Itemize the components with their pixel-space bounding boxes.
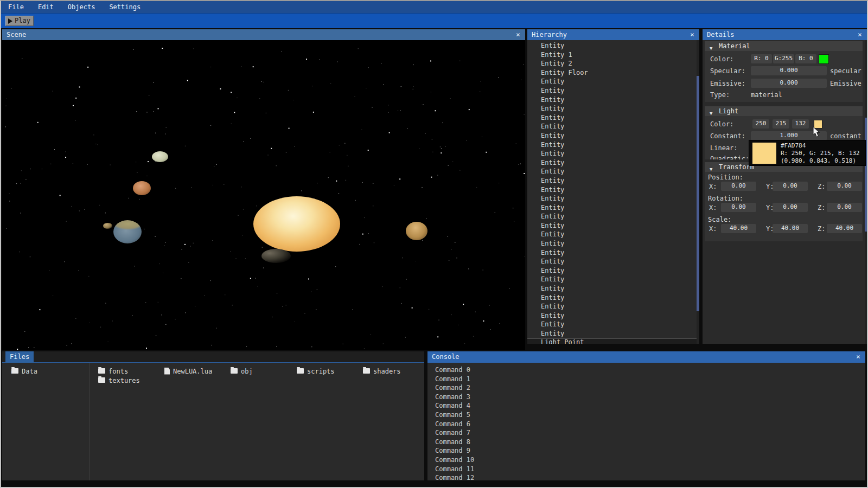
scale-z-field[interactable]: 40.00	[827, 224, 862, 233]
emissive-field[interactable]: 0.000	[751, 79, 827, 88]
hierarchy-item[interactable]: Entity	[527, 140, 697, 150]
tab-files[interactable]: Files	[5, 351, 34, 363]
hierarchy-item[interactable]: Entity	[527, 293, 697, 303]
hierarchy-title-bar[interactable]: Hierarchy ×	[527, 29, 699, 40]
menu-item[interactable]: Objects	[61, 1, 103, 13]
starfield	[2, 40, 525, 350]
material-b-field[interactable]: B: 0	[795, 54, 816, 63]
light-header[interactable]: ▼ Light	[705, 106, 863, 116]
files-panel: Files ▶Data fonts NewLUA.lua	[2, 351, 424, 480]
hierarchy-item[interactable]: Entity	[527, 266, 697, 275]
details-title-bar[interactable]: Details ×	[703, 29, 867, 40]
file-type-icon	[98, 377, 105, 383]
light-g-field[interactable]: 215	[773, 119, 789, 129]
hierarchy-item[interactable]: Entity	[527, 311, 697, 320]
light-b-field[interactable]: 132	[792, 119, 809, 129]
hierarchy-item[interactable]: Entity	[527, 257, 697, 266]
files-content-pane: fonts NewLUA.lua obj scripts	[92, 363, 424, 480]
file-item[interactable]: textures	[98, 376, 164, 386]
chevron-down-icon: ▼	[710, 43, 712, 53]
hierarchy-item[interactable]: Light Point	[527, 338, 697, 344]
menu-item[interactable]: File	[1, 1, 31, 13]
hierarchy-panel: Hierarchy × EntityEntity 1Entity 2Entity…	[527, 29, 699, 344]
transform-section: ▼ Transform Position: X: 0.00 Y: 0.00 Z:…	[705, 162, 863, 241]
hierarchy-item[interactable]: Entity 1	[527, 50, 697, 60]
hierarchy-scrollbar[interactable]	[697, 40, 699, 344]
type-value: material	[751, 90, 782, 100]
menu-item[interactable]: Settings	[102, 1, 148, 13]
hierarchy-item[interactable]: Entity	[527, 203, 697, 213]
file-item[interactable]: shaders	[363, 367, 424, 376]
emissive-label: Emissive:	[710, 79, 745, 88]
file-item[interactable]: obj	[231, 367, 297, 376]
hierarchy-item[interactable]: Entity	[527, 176, 697, 185]
hierarchy-item[interactable]: Entity 2	[527, 59, 697, 68]
scene-viewport[interactable]	[2, 40, 525, 350]
hierarchy-item[interactable]: Entity	[527, 239, 697, 248]
scale-x-field[interactable]: 40.00	[721, 224, 756, 233]
console-log[interactable]: Command 0Command 1Command 2Command 3Comm…	[427, 363, 865, 480]
hierarchy-item[interactable]: Entity	[527, 113, 697, 123]
specular-field[interactable]: 0.000	[751, 66, 827, 75]
hierarchy-item[interactable]: Entity	[527, 104, 697, 113]
file-item[interactable]: scripts	[297, 367, 363, 376]
hierarchy-item[interactable]: Entity	[527, 131, 697, 140]
hierarchy-item[interactable]: Entity	[527, 329, 697, 338]
rotation-x-field[interactable]: 0.00	[721, 203, 756, 212]
close-icon[interactable]: ×	[854, 351, 862, 362]
position-label: Position:	[708, 172, 743, 182]
hierarchy-item[interactable]: Entity	[527, 302, 697, 311]
material-r-field[interactable]: R: 0	[751, 54, 772, 63]
menu-item[interactable]: Edit	[31, 1, 61, 13]
hierarchy-item[interactable]: Entity	[527, 212, 697, 221]
scene-title: Scene	[7, 31, 26, 38]
hierarchy-scrollbar-thumb[interactable]	[697, 76, 699, 311]
console-line: Command 1	[435, 375, 865, 384]
hierarchy-item[interactable]: Entity	[527, 185, 697, 195]
details-scrollbar-thumb[interactable]	[865, 118, 867, 232]
hierarchy-item[interactable]: Entity Floor	[527, 68, 697, 78]
material-g-field[interactable]: G:255	[773, 54, 794, 63]
file-item[interactable]: NewLUA.lua	[164, 367, 231, 376]
light-r-field[interactable]: 250	[752, 119, 769, 129]
play-button[interactable]: Play	[5, 16, 34, 26]
close-icon[interactable]: ×	[856, 29, 864, 40]
tooltip-hex: #FAD784	[781, 142, 860, 150]
scale-y-field[interactable]: 40.00	[773, 224, 808, 233]
scene-title-bar[interactable]: Scene ×	[2, 29, 525, 40]
hierarchy-item[interactable]: Entity	[527, 149, 697, 158]
hierarchy-item[interactable]: Entity	[527, 230, 697, 239]
hierarchy-item[interactable]: Entity	[527, 122, 697, 131]
hierarchy-item[interactable]: Entity	[527, 41, 697, 50]
moon-crescent-dark	[261, 249, 291, 263]
close-icon[interactable]: ×	[688, 29, 696, 40]
hierarchy-item[interactable]: Entity	[527, 194, 697, 203]
close-icon[interactable]: ×	[514, 29, 522, 40]
rotation-y-field[interactable]: 0.00	[773, 203, 808, 212]
hierarchy-item[interactable]: Entity	[527, 248, 697, 258]
hierarchy-item[interactable]: Entity	[527, 158, 697, 168]
hierarchy-item[interactable]: Entity	[527, 275, 697, 284]
files-tree-pane: ▶Data	[2, 363, 88, 480]
hierarchy-item[interactable]: Entity	[527, 167, 697, 176]
hierarchy-item[interactable]: Entity	[527, 284, 697, 293]
hierarchy-item[interactable]: Entity	[527, 320, 697, 329]
details-scrollbar[interactable]	[865, 40, 867, 344]
hierarchy-item[interactable]: Entity	[527, 86, 697, 95]
file-item[interactable]: fonts	[98, 367, 164, 376]
hierarchy-item[interactable]: Entity	[527, 221, 697, 230]
file-type-icon	[98, 368, 105, 374]
chevron-right-icon[interactable]: ▶	[2, 368, 11, 377]
tooltip-rgb: R: 250, G: 215, B: 132	[781, 150, 860, 157]
hierarchy-item[interactable]: Entity	[527, 77, 697, 86]
hierarchy-item[interactable]: Entity	[527, 95, 697, 105]
position-x-field[interactable]: 0.00	[721, 182, 756, 191]
console-title-bar[interactable]: Console ×	[427, 351, 865, 363]
files-pane-divider[interactable]	[89, 363, 90, 480]
tree-item-data[interactable]: ▶Data	[2, 367, 37, 376]
material-color-swatch[interactable]	[819, 54, 829, 64]
position-z-field[interactable]: 0.00	[827, 182, 862, 191]
position-y-field[interactable]: 0.00	[773, 182, 808, 191]
rotation-z-field[interactable]: 0.00	[827, 203, 862, 212]
material-header[interactable]: ▼ Material	[705, 41, 863, 51]
